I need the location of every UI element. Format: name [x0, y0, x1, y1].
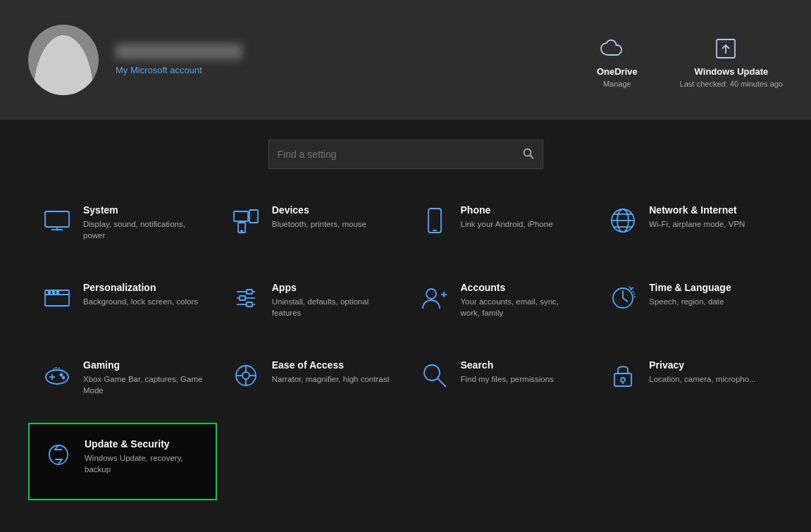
svg-point-2	[524, 149, 531, 156]
setting-title-update-security: Update & Security	[85, 438, 202, 450]
svg-point-10	[241, 230, 242, 232]
header-right: OneDrive Manage Windows Update Last chec…	[597, 32, 783, 88]
windows-update-label: Windows Update	[695, 66, 769, 77]
svg-point-36	[61, 374, 63, 376]
svg-point-39	[242, 372, 249, 379]
windows-update-widget[interactable]: Windows Update Last checked: 40 minutes …	[680, 32, 783, 88]
time-icon	[608, 283, 638, 313]
setting-item-accounts[interactable]: AccountsYour accounts, email, sync, work…	[406, 268, 595, 345]
setting-title-personalization: Personalization	[83, 282, 198, 293]
setting-subtitle-privacy: Location, camera, micropho...	[649, 373, 756, 385]
search-input[interactable]	[278, 149, 517, 160]
setting-subtitle-apps: Uninstall, defaults, optional features	[272, 296, 392, 318]
privacy-icon	[608, 361, 638, 390]
setting-item-system[interactable]: SystemDisplay, sound, notifications, pow…	[28, 190, 217, 268]
setting-item-privacy[interactable]: PrivacyLocation, camera, micropho...	[594, 345, 783, 423]
search-section	[0, 120, 811, 183]
setting-item-network[interactable]: Network & InternetWi-Fi, airplane mode, …	[594, 190, 783, 268]
setting-subtitle-network: Wi-Fi, airplane mode, VPN	[649, 218, 745, 230]
setting-title-apps: Apps	[272, 282, 392, 293]
network-icon	[608, 206, 638, 235]
onedrive-label: OneDrive	[597, 66, 638, 77]
setting-title-devices: Devices	[272, 204, 366, 216]
svg-rect-8	[249, 210, 258, 223]
svg-point-22	[57, 292, 59, 294]
svg-rect-4	[45, 211, 69, 227]
setting-title-gaming: Gaming	[83, 359, 203, 371]
apps-icon	[231, 283, 261, 313]
setting-item-update-security[interactable]: Update & SecurityWindows Update, recover…	[28, 423, 217, 500]
setting-subtitle-accounts: Your accounts, email, sync, work, family	[461, 296, 581, 318]
svg-rect-46	[614, 373, 631, 386]
onedrive-icon	[597, 34, 626, 63]
settings-grid: SystemDisplay, sound, notifications, pow…	[0, 183, 811, 507]
setting-item-gaming[interactable]: GamingXbox Game Bar, captures, Game Mode	[28, 345, 217, 423]
setting-item-phone[interactable]: PhoneLink your Android, iPhone	[406, 190, 595, 268]
setting-title-phone: Phone	[461, 204, 553, 216]
user-name-blurred	[116, 44, 242, 59]
setting-title-ease-of-access: Ease of Access	[272, 359, 390, 371]
setting-item-ease-of-access[interactable]: Ease of AccessNarrator, magnifier, high …	[217, 345, 406, 423]
setting-item-apps[interactable]: AppsUninstall, defaults, optional featur…	[217, 268, 406, 345]
gaming-icon	[42, 361, 72, 390]
search-box	[268, 140, 543, 169]
svg-rect-27	[240, 296, 245, 300]
search-icon	[523, 148, 534, 161]
setting-title-system: System	[83, 204, 203, 216]
update-icon	[44, 440, 73, 469]
svg-point-33	[46, 370, 68, 384]
ease-icon	[231, 361, 261, 390]
personalization-icon	[42, 283, 72, 313]
svg-rect-11	[428, 209, 441, 233]
onedrive-sublabel: Manage	[603, 80, 631, 88]
svg-line-3	[530, 155, 533, 159]
svg-point-20	[49, 292, 51, 294]
setting-subtitle-update-security: Windows Update, recovery, backup	[85, 452, 202, 475]
setting-title-network: Network & Internet	[649, 204, 745, 216]
setting-item-search[interactable]: SearchFind my files, permissions	[406, 345, 595, 423]
setting-item-devices[interactable]: DevicesBluetooth, printers, mouse	[217, 190, 406, 268]
setting-subtitle-phone: Link your Android, iPhone	[461, 218, 553, 230]
svg-point-29	[426, 289, 436, 299]
svg-point-47	[621, 378, 625, 382]
setting-item-time-language[interactable]: Time & LanguageSpeech, region, date	[594, 268, 783, 345]
setting-subtitle-system: Display, sound, notifications, power	[83, 218, 203, 241]
windows-update-sublabel: Last checked: 40 minutes ago	[680, 80, 783, 88]
devices-icon	[231, 206, 261, 235]
setting-title-time-language: Time & Language	[649, 282, 731, 293]
svg-point-37	[63, 377, 65, 379]
setting-subtitle-ease-of-access: Narrator, magnifier, high contrast	[272, 373, 390, 385]
setting-title-search: Search	[461, 359, 554, 371]
phone-icon	[420, 206, 450, 235]
svg-point-44	[424, 365, 440, 381]
microsoft-account-link[interactable]: My Microsoft account	[116, 65, 202, 75]
windows-update-icon	[711, 34, 741, 63]
setting-subtitle-devices: Bluetooth, printers, mouse	[272, 218, 366, 230]
setting-item-personalization[interactable]: PersonalizationBackground, lock screen, …	[28, 268, 217, 345]
avatar	[28, 25, 99, 95]
setting-subtitle-time-language: Speech, region, date	[649, 296, 731, 307]
onedrive-widget[interactable]: OneDrive Manage	[597, 32, 638, 88]
header: My Microsoft account OneDrive Manage Win…	[0, 0, 811, 120]
search-icon	[420, 361, 450, 390]
svg-line-45	[438, 378, 446, 387]
setting-title-privacy: Privacy	[649, 359, 756, 371]
setting-subtitle-gaming: Xbox Game Bar, captures, Game Mode	[83, 373, 203, 396]
accounts-icon	[420, 283, 450, 313]
svg-rect-26	[247, 290, 252, 294]
svg-rect-28	[247, 302, 252, 307]
svg-point-21	[53, 292, 55, 294]
system-icon	[42, 206, 72, 235]
setting-subtitle-search: Find my files, permissions	[461, 373, 554, 385]
setting-title-accounts: Accounts	[461, 282, 581, 293]
svg-rect-7	[234, 211, 248, 221]
profile-info: My Microsoft account	[116, 44, 242, 76]
setting-subtitle-personalization: Background, lock screen, colors	[83, 296, 198, 307]
